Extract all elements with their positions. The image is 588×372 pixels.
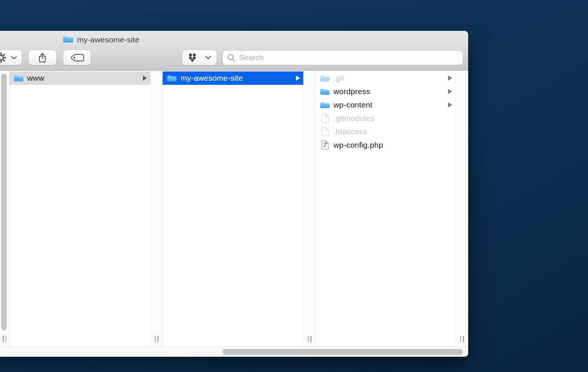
action-menu-button[interactable] [0,50,22,65]
finder-window: my-awesome-site [0,31,468,357]
window-chrome: my-awesome-site [0,31,468,71]
search-icon [227,54,236,62]
folder-row-wordpress[interactable]: wordpress [316,85,456,98]
folder-icon [13,74,24,82]
desktop: my-awesome-site [0,0,588,372]
chevron-down-icon [205,56,211,60]
share-icon [38,52,47,63]
scrollbar-gutter [0,71,9,347]
item-name: .git [333,74,344,83]
folder-icon [166,74,178,82]
chevron-right-icon [448,89,452,94]
scrollbar-gutter [150,71,163,347]
dropbox-icon [187,53,198,63]
column-view: www my-awesome-site [0,71,468,347]
column-current: my-awesome-site [163,71,303,347]
scrollbar-gutter [456,71,468,347]
horizontal-scrollbar-thumb[interactable] [223,349,463,355]
chevron-right-icon [448,102,452,108]
item-name: www [27,74,44,83]
item-name: .gitmodules [333,114,374,123]
column-resize-handle[interactable] [3,336,6,342]
gear-icon [0,52,7,63]
file-row-gitmodules[interactable]: .gitmodules [316,112,456,125]
chevron-right-icon [448,76,452,81]
item-name: my-awesome-site [180,74,243,83]
document-icon [319,113,330,123]
file-row-htaccess[interactable]: .htaccess [316,125,456,138]
item-name: .htaccess [333,127,367,136]
chevron-right-icon [143,76,147,81]
window-title-group: my-awesome-site [63,34,140,45]
column-resize-handle[interactable] [155,336,159,342]
scrollbar-gutter [303,71,316,347]
item-name: wordpress [333,87,370,96]
chevron-right-icon [296,76,300,81]
php-document-icon: 7 [319,140,330,150]
folder-icon [63,35,74,45]
column-contents: .git wordpress [316,71,456,347]
folder-row-git[interactable]: .git [316,71,456,85]
document-icon [319,127,330,137]
folder-row-wp-content[interactable]: wp-content [316,98,456,112]
php-glyph: 7 [323,142,327,149]
window-title: my-awesome-site [77,35,140,44]
chevron-down-icon [11,56,17,60]
folder-icon [319,74,330,82]
item-name: wp-config.php [333,141,383,150]
file-row-wp-config-php[interactable]: 7 wp-config.php [316,138,456,152]
column-resize-handle[interactable] [460,336,464,342]
folder-icon [319,101,330,109]
share-button[interactable] [29,50,56,65]
item-name: wp-content [333,100,373,109]
search-input[interactable] [239,53,458,62]
tag-button[interactable] [63,50,91,65]
horizontal-scrollbar [0,347,468,357]
column-parent: www [9,71,150,347]
folder-icon [319,88,330,96]
vertical-scrollbar-thumb[interactable] [1,74,7,330]
search-field[interactable] [223,50,463,65]
folder-row-my-awesome-site[interactable]: my-awesome-site [163,71,303,85]
folder-row-www[interactable]: www [9,71,150,85]
tag-icon [69,53,85,63]
column-resize-handle[interactable] [308,336,311,342]
dropbox-menu-button[interactable] [182,50,217,65]
